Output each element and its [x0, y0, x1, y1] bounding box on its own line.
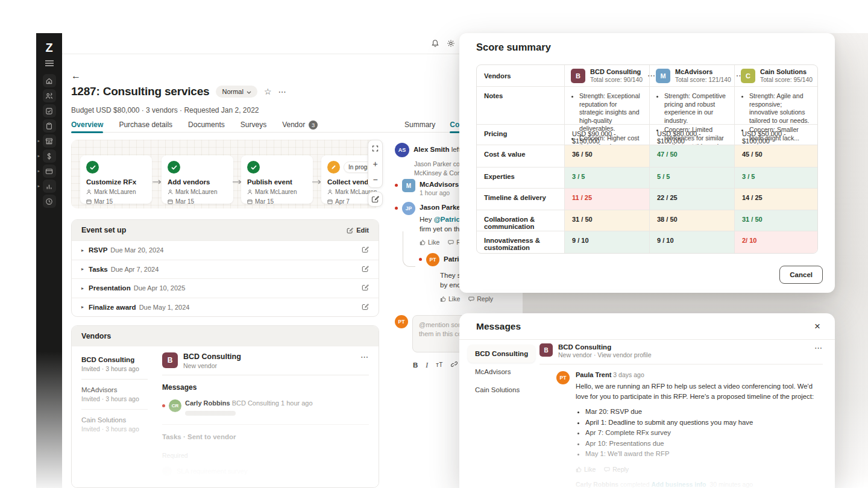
italic-icon[interactable]: I — [426, 361, 428, 369]
tab-summary[interactable]: Summary — [404, 117, 435, 133]
event-row-finalize-award[interactable]: ▸ Finalize award Due May 1, 2024 — [72, 298, 379, 317]
vendor-count-badge: 3 — [309, 120, 318, 130]
tab-surveys[interactable]: Surveys — [241, 117, 266, 133]
notes-cell: Strength: Competitive pricing and robust… — [649, 86, 734, 124]
tab-vendor[interactable]: Vendor3 — [282, 117, 318, 133]
home-icon[interactable] — [43, 74, 56, 87]
calendar-icon — [327, 199, 333, 204]
history-icon[interactable] — [43, 195, 56, 208]
row-label: Innovativeness & customization — [477, 231, 564, 253]
step-assignee: Mark McLauren — [175, 189, 217, 195]
edit-icon[interactable] — [362, 246, 369, 254]
thumbs-up-icon — [420, 239, 426, 245]
event-row-tasks[interactable]: ▸ Tasks Due Apr 7, 2024 — [72, 260, 379, 279]
score-cell: 2/ 10 — [734, 231, 818, 253]
event-setup-card: Event set up Edit ▸ RSVP Due Mar 20, 202… — [71, 219, 379, 317]
edit-icon[interactable] — [362, 303, 369, 311]
close-icon[interactable]: × — [814, 321, 820, 333]
clipboard-icon[interactable] — [43, 119, 56, 133]
tab-purchase-details[interactable]: Purchase details — [119, 117, 172, 133]
like-button[interactable]: Like — [440, 295, 460, 302]
more-options-icon[interactable]: ⋯ — [817, 71, 818, 80]
zoom-out-icon[interactable]: − — [368, 172, 383, 187]
vendor-list-item-cain[interactable]: Cain Solutions Invited · 3 hours ago — [81, 416, 148, 439]
tab-overview[interactable]: Overview — [71, 117, 103, 133]
step-done-icon — [247, 161, 260, 174]
bell-icon[interactable] — [431, 39, 439, 50]
avatar: C — [741, 69, 755, 83]
thumbs-up-icon — [440, 296, 446, 302]
person-icon — [86, 189, 92, 195]
cards-icon[interactable] — [43, 164, 56, 178]
step-title: Publish event — [247, 178, 307, 186]
expand-icon[interactable]: ▸ — [81, 248, 84, 253]
nav-item-bcd[interactable]: BCD Consulting — [468, 345, 535, 363]
like-button[interactable]: Like — [420, 239, 439, 246]
activity-link[interactable]: Add business info — [651, 481, 706, 488]
survey-item[interactable]: SLA requirement survey — [162, 466, 369, 476]
reply-button[interactable]: Reply — [604, 466, 629, 473]
back-button[interactable]: ← — [71, 70, 81, 81]
fit-view-icon[interactable] — [368, 140, 383, 156]
avatar: B — [571, 69, 585, 83]
event-row-presentation[interactable]: ▸ Presentation Due Apr 10, 2025 — [72, 278, 379, 298]
expand-icon[interactable]: ▸ — [81, 304, 84, 310]
store-icon[interactable] — [43, 134, 56, 148]
score-cell: 36 / 50 — [564, 145, 649, 167]
more-options-icon[interactable]: ⋯ — [814, 343, 823, 352]
score-cell: 5 / 5 — [649, 167, 734, 188]
priority-dropdown[interactable]: Normal — [216, 86, 257, 98]
zip-logo[interactable]: Z — [36, 33, 62, 57]
vendor-list-item-bcd[interactable]: BCD Consulting Invited · 3 hours ago — [81, 356, 148, 380]
page-title: 1287: Consulting services — [71, 85, 209, 98]
avatar: M — [656, 69, 670, 83]
score-cell: 3 / 5 — [564, 167, 649, 188]
bold-icon[interactable]: B — [413, 361, 418, 369]
nav-item-cain[interactable]: Cain Solutions — [468, 381, 535, 399]
vendor-column-cain: C Cain SolutionsTotal score: 95/140 ⋯ — [734, 65, 818, 86]
reports-icon[interactable] — [43, 180, 56, 193]
tasks-icon[interactable] — [43, 104, 56, 117]
unread-dot — [162, 404, 165, 407]
text-size-icon[interactable]: ᴛT — [436, 361, 443, 368]
step-date: Mar 15 — [175, 198, 194, 205]
edit-icon[interactable] — [362, 265, 369, 274]
more-options-icon[interactable]: ⋯ — [278, 87, 286, 96]
step-date: Mar 15 — [94, 198, 113, 205]
gear-icon[interactable] — [447, 39, 455, 50]
finance-icon[interactable] — [43, 149, 56, 163]
workflow-step-add-vendors[interactable]: Add vendors Mark McLauren Mar 15 — [162, 155, 233, 204]
expand-icon[interactable]: ▸ — [81, 286, 84, 291]
tab-documents[interactable]: Documents — [188, 117, 225, 133]
edit-workflow-icon[interactable] — [368, 192, 383, 207]
menu-icon[interactable] — [36, 57, 62, 69]
like-button[interactable]: Like — [576, 466, 596, 473]
more-options-icon[interactable]: ⋯ — [360, 352, 369, 361]
message-preview[interactable]: CR Carly Robbins BCD Consulting 1 hour a… — [162, 399, 369, 416]
step-done-icon — [168, 161, 180, 174]
unread-dot — [419, 258, 422, 261]
cancel-button[interactable]: Cancel — [779, 266, 823, 284]
messages-title: Messages — [476, 321, 521, 332]
people-icon[interactable] — [43, 89, 56, 102]
workflow-step-publish-event[interactable]: Publish event Mark McLauren Mar 15 — [241, 155, 313, 204]
chevron-down-icon — [247, 88, 251, 95]
sidebar: Z — [36, 33, 62, 488]
reply-button[interactable]: Reply — [468, 295, 493, 302]
event-row-rsvp[interactable]: ▸ RSVP Due Mar 20, 2024 — [72, 240, 379, 260]
vendor-detail: B BCD Consulting New vendor ⋯ Messages C… — [162, 352, 369, 476]
event-setup-edit-button[interactable]: Edit — [347, 227, 369, 234]
expand-icon[interactable]: ▸ — [81, 266, 84, 272]
edit-icon[interactable] — [362, 284, 369, 292]
link-icon[interactable] — [451, 361, 458, 369]
workflow-step-customize-rfx[interactable]: Customize RFx Mark McLauren Mar 15 — [80, 155, 152, 204]
score-cell: 45 / 50 — [734, 145, 818, 167]
vendor-list-item-mcadvisors[interactable]: McAdvisors Invited · 3 hours ago — [81, 386, 148, 410]
zoom-in-icon[interactable]: + — [368, 156, 383, 172]
calendar-icon — [86, 199, 92, 204]
star-icon[interactable]: ☆ — [264, 87, 272, 96]
score-cell: 9 / 10 — [649, 231, 734, 253]
nav-item-mcadvisors[interactable]: McAdvisors — [468, 363, 535, 381]
unread-dot — [395, 207, 398, 210]
step-done-icon — [86, 161, 99, 174]
